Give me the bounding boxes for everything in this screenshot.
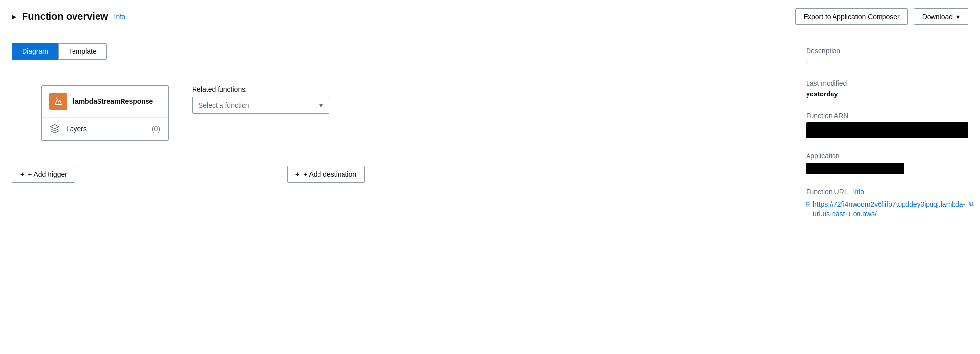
sidebar: Description - Last modified yesterday Fu… xyxy=(794,33,980,354)
related-functions-label: Related functions: xyxy=(192,85,329,93)
function-arn-section: Function ARN xyxy=(806,112,968,138)
add-trigger-label: + Add trigger xyxy=(28,170,67,178)
function-box[interactable]: lambdaStreamResponse Layers xyxy=(41,85,169,141)
function-url-header: Function URL Info xyxy=(806,188,968,196)
info-link[interactable]: Info xyxy=(114,13,125,21)
header-left: ▶ Function overview Info xyxy=(12,11,125,22)
function-box-wrapper: lambdaStreamResponse Layers xyxy=(41,85,169,141)
add-destination-label: + Add destination xyxy=(303,170,356,178)
header-right: Export to Application Composer Download … xyxy=(795,8,968,25)
function-url-label: Function URL xyxy=(806,188,848,196)
tab-diagram[interactable]: Diagram xyxy=(12,43,58,60)
description-label: Description xyxy=(806,47,968,55)
function-url-value: https://72fi4nwoom2v6flifp7tupddey0ipuqj… xyxy=(813,200,965,219)
application-section: Application xyxy=(806,152,968,174)
main-panel: Diagram Template xyxy=(0,33,794,354)
add-trigger-button[interactable]: + + Add trigger xyxy=(12,166,75,183)
export-to-application-composer-button[interactable]: Export to Application Composer xyxy=(795,8,908,25)
content-area: Diagram Template xyxy=(0,33,980,354)
function-arn-label: Function ARN xyxy=(806,112,968,119)
function-name: lambdaStreamResponse xyxy=(73,97,153,106)
select-function-placeholder: Select a function xyxy=(198,101,249,109)
application-label: Application xyxy=(806,152,968,160)
function-url-section: Function URL Info ⎘ https://72fi4nwoom2v… xyxy=(806,188,968,219)
download-button[interactable]: Download ▾ xyxy=(914,8,968,25)
last-modified-section: Last modified yesterday xyxy=(806,79,968,98)
lambda-icon xyxy=(49,93,67,110)
layers-count: (0) xyxy=(152,125,160,133)
copy-icon[interactable]: ⎘ xyxy=(806,200,810,209)
collapse-icon[interactable]: ▶ xyxy=(12,13,16,20)
diagram-canvas: lambdaStreamResponse Layers xyxy=(41,75,782,150)
tabs: Diagram Template xyxy=(12,43,782,60)
application-value xyxy=(806,163,904,174)
description-value: - xyxy=(806,58,968,66)
select-function-dropdown[interactable]: Select a function ▾ xyxy=(192,97,329,114)
layers-icon xyxy=(49,123,60,134)
function-arn-value xyxy=(806,122,968,138)
description-section: Description - xyxy=(806,47,968,66)
external-link-icon: ⧉ xyxy=(969,200,974,208)
function-url-link[interactable]: ⎘ https://72fi4nwoom2v6flifp7tupddey0ipu… xyxy=(806,200,968,219)
function-header: lambdaStreamResponse xyxy=(42,86,168,118)
layers-label: Layers xyxy=(66,125,146,133)
related-functions-section: Related functions: Select a function ▾ xyxy=(192,85,329,114)
last-modified-value: yesterday xyxy=(806,90,968,98)
layers-row[interactable]: Layers (0) xyxy=(42,118,168,140)
add-destination-button[interactable]: + + Add destination xyxy=(287,166,365,183)
function-overview-header: ▶ Function overview Info Export to Appli… xyxy=(0,0,980,33)
chevron-down-icon: ▾ xyxy=(319,101,323,109)
page-title: Function overview xyxy=(22,11,108,22)
function-url-info-link[interactable]: Info xyxy=(853,188,864,196)
last-modified-label: Last modified xyxy=(806,79,968,87)
tab-template[interactable]: Template xyxy=(58,43,107,60)
